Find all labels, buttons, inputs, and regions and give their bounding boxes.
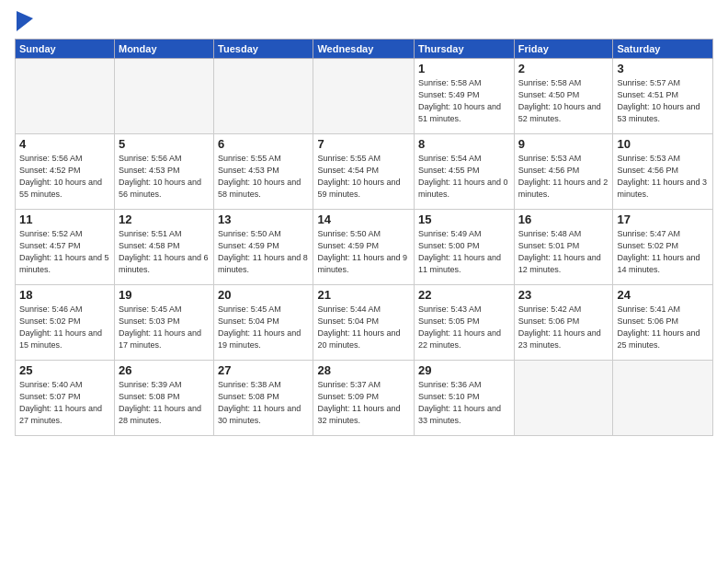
- day-info: Sunrise: 5:55 AMSunset: 4:53 PMDaylight:…: [218, 153, 309, 201]
- day-number: 25: [19, 363, 110, 377]
- calendar-cell: 14Sunrise: 5:50 AMSunset: 4:59 PMDayligh…: [313, 210, 415, 285]
- calendar-cell: [16, 59, 115, 134]
- weekday-header: Tuesday: [214, 40, 313, 59]
- day-info: Sunrise: 5:50 AMSunset: 4:59 PMDaylight:…: [218, 228, 309, 276]
- day-number: 4: [19, 137, 110, 151]
- day-info: Sunrise: 5:36 AMSunset: 5:10 PMDaylight:…: [418, 379, 510, 427]
- calendar-cell: 28Sunrise: 5:37 AMSunset: 5:09 PMDayligh…: [313, 361, 415, 436]
- page: SundayMondayTuesdayWednesdayThursdayFrid…: [0, 0, 728, 563]
- day-info: Sunrise: 5:39 AMSunset: 5:08 PMDaylight:…: [119, 379, 210, 427]
- calendar-cell: [214, 59, 313, 134]
- day-info: Sunrise: 5:40 AMSunset: 5:07 PMDaylight:…: [19, 379, 110, 427]
- day-number: 21: [317, 288, 410, 302]
- day-number: 19: [119, 288, 210, 302]
- calendar-table: SundayMondayTuesdayWednesdayThursdayFrid…: [15, 39, 713, 436]
- calendar-cell: 7Sunrise: 5:55 AMSunset: 4:54 PMDaylight…: [313, 134, 415, 210]
- day-info: Sunrise: 5:45 AMSunset: 5:03 PMDaylight:…: [119, 304, 210, 351]
- calendar-week-row: 1Sunrise: 5:58 AMSunset: 5:49 PMDaylight…: [16, 59, 713, 134]
- svg-marker-0: [17, 11, 33, 31]
- calendar-header-row: SundayMondayTuesdayWednesdayThursdayFrid…: [16, 40, 713, 59]
- calendar-cell: 23Sunrise: 5:42 AMSunset: 5:06 PMDayligh…: [514, 285, 613, 361]
- calendar-week-row: 11Sunrise: 5:52 AMSunset: 4:57 PMDayligh…: [16, 210, 713, 285]
- day-number: 9: [518, 137, 609, 151]
- calendar-week-row: 4Sunrise: 5:56 AMSunset: 4:52 PMDaylight…: [16, 134, 713, 210]
- day-info: Sunrise: 5:53 AMSunset: 4:56 PMDaylight:…: [518, 153, 609, 201]
- weekday-header: Monday: [114, 40, 213, 59]
- day-info: Sunrise: 5:41 AMSunset: 5:06 PMDaylight:…: [617, 304, 709, 351]
- calendar-cell: 6Sunrise: 5:55 AMSunset: 4:53 PMDaylight…: [214, 134, 313, 210]
- day-number: 13: [218, 213, 309, 226]
- calendar-cell: 3Sunrise: 5:57 AMSunset: 4:51 PMDaylight…: [613, 59, 713, 134]
- calendar-cell: 25Sunrise: 5:40 AMSunset: 5:07 PMDayligh…: [16, 361, 115, 436]
- day-number: 5: [119, 137, 210, 151]
- calendar-cell: 21Sunrise: 5:44 AMSunset: 5:04 PMDayligh…: [313, 285, 415, 361]
- day-number: 8: [418, 137, 510, 151]
- weekday-header: Wednesday: [313, 40, 415, 59]
- day-number: 26: [119, 363, 210, 377]
- calendar-cell: [613, 361, 713, 436]
- calendar-cell: 20Sunrise: 5:45 AMSunset: 5:04 PMDayligh…: [214, 285, 313, 361]
- day-number: 27: [218, 363, 309, 377]
- weekday-header: Sunday: [16, 40, 115, 59]
- calendar-cell: 9Sunrise: 5:53 AMSunset: 4:56 PMDaylight…: [514, 134, 613, 210]
- calendar-cell: 4Sunrise: 5:56 AMSunset: 4:52 PMDaylight…: [16, 134, 115, 210]
- logo: [15, 11, 33, 31]
- calendar-cell: 8Sunrise: 5:54 AMSunset: 4:55 PMDaylight…: [415, 134, 515, 210]
- day-info: Sunrise: 5:52 AMSunset: 4:57 PMDaylight:…: [19, 228, 110, 276]
- day-info: Sunrise: 5:54 AMSunset: 4:55 PMDaylight:…: [418, 153, 510, 201]
- calendar-cell: 5Sunrise: 5:56 AMSunset: 4:53 PMDaylight…: [114, 134, 213, 210]
- calendar-cell: 17Sunrise: 5:47 AMSunset: 5:02 PMDayligh…: [613, 210, 713, 285]
- day-number: 28: [317, 363, 410, 377]
- day-number: 18: [19, 288, 110, 302]
- day-info: Sunrise: 5:48 AMSunset: 5:01 PMDaylight:…: [518, 228, 609, 276]
- day-info: Sunrise: 5:49 AMSunset: 5:00 PMDaylight:…: [418, 228, 510, 276]
- calendar-cell: 1Sunrise: 5:58 AMSunset: 5:49 PMDaylight…: [415, 59, 515, 134]
- header: [15, 11, 713, 31]
- calendar-cell: 27Sunrise: 5:38 AMSunset: 5:08 PMDayligh…: [214, 361, 313, 436]
- day-info: Sunrise: 5:42 AMSunset: 5:06 PMDaylight:…: [518, 304, 609, 351]
- day-info: Sunrise: 5:37 AMSunset: 5:09 PMDaylight:…: [317, 379, 410, 427]
- calendar-cell: [114, 59, 213, 134]
- day-info: Sunrise: 5:51 AMSunset: 4:58 PMDaylight:…: [119, 228, 210, 276]
- day-info: Sunrise: 5:45 AMSunset: 5:04 PMDaylight:…: [218, 304, 309, 351]
- day-number: 12: [119, 213, 210, 226]
- day-number: 24: [617, 288, 709, 302]
- day-info: Sunrise: 5:50 AMSunset: 4:59 PMDaylight:…: [317, 228, 410, 276]
- day-number: 10: [617, 137, 709, 151]
- logo-icon: [17, 11, 33, 31]
- day-number: 29: [418, 363, 510, 377]
- day-number: 11: [19, 213, 110, 226]
- calendar-cell: 11Sunrise: 5:52 AMSunset: 4:57 PMDayligh…: [16, 210, 115, 285]
- day-info: Sunrise: 5:43 AMSunset: 5:05 PMDaylight:…: [418, 304, 510, 351]
- day-info: Sunrise: 5:38 AMSunset: 5:08 PMDaylight:…: [218, 379, 309, 427]
- day-number: 14: [317, 213, 410, 226]
- day-number: 2: [518, 62, 609, 75]
- calendar-cell: 22Sunrise: 5:43 AMSunset: 5:05 PMDayligh…: [415, 285, 515, 361]
- calendar-cell: [514, 361, 613, 436]
- weekday-header: Saturday: [613, 40, 713, 59]
- day-info: Sunrise: 5:46 AMSunset: 5:02 PMDaylight:…: [19, 304, 110, 351]
- calendar-cell: 26Sunrise: 5:39 AMSunset: 5:08 PMDayligh…: [114, 361, 213, 436]
- day-number: 7: [317, 137, 410, 151]
- weekday-header: Thursday: [415, 40, 515, 59]
- day-number: 22: [418, 288, 510, 302]
- day-info: Sunrise: 5:53 AMSunset: 4:56 PMDaylight:…: [617, 153, 709, 201]
- calendar-cell: 16Sunrise: 5:48 AMSunset: 5:01 PMDayligh…: [514, 210, 613, 285]
- weekday-header: Friday: [514, 40, 613, 59]
- day-info: Sunrise: 5:56 AMSunset: 4:52 PMDaylight:…: [19, 153, 110, 201]
- calendar-cell: 10Sunrise: 5:53 AMSunset: 4:56 PMDayligh…: [613, 134, 713, 210]
- calendar-cell: [313, 59, 415, 134]
- day-info: Sunrise: 5:47 AMSunset: 5:02 PMDaylight:…: [617, 228, 709, 276]
- day-info: Sunrise: 5:44 AMSunset: 5:04 PMDaylight:…: [317, 304, 410, 351]
- calendar-body: 1Sunrise: 5:58 AMSunset: 5:49 PMDaylight…: [16, 59, 713, 436]
- day-number: 16: [518, 213, 609, 226]
- day-info: Sunrise: 5:57 AMSunset: 4:51 PMDaylight:…: [617, 77, 709, 125]
- calendar-cell: 19Sunrise: 5:45 AMSunset: 5:03 PMDayligh…: [114, 285, 213, 361]
- day-number: 3: [617, 62, 709, 75]
- day-number: 6: [218, 137, 309, 151]
- day-info: Sunrise: 5:55 AMSunset: 4:54 PMDaylight:…: [317, 153, 410, 201]
- day-info: Sunrise: 5:58 AMSunset: 4:50 PMDaylight:…: [518, 77, 609, 125]
- calendar-week-row: 25Sunrise: 5:40 AMSunset: 5:07 PMDayligh…: [16, 361, 713, 436]
- day-number: 1: [418, 62, 510, 75]
- calendar-cell: 13Sunrise: 5:50 AMSunset: 4:59 PMDayligh…: [214, 210, 313, 285]
